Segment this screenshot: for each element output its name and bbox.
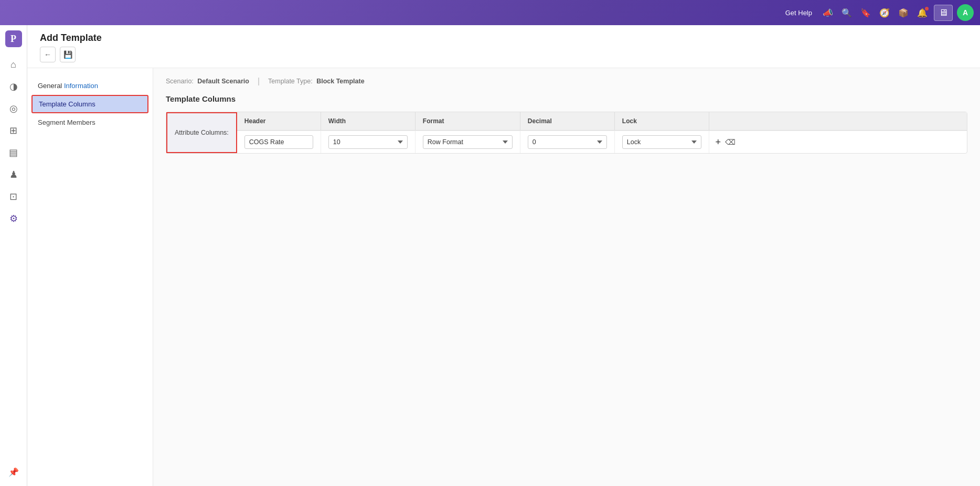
sidebar-settings-btn[interactable]: ⚙: [4, 209, 24, 229]
nav-item-general-information[interactable]: General Information: [27, 77, 153, 95]
format-cell: Row Format Number Percent Currency: [416, 131, 520, 153]
sidebar-pin-btn[interactable]: 📌: [4, 462, 24, 482]
toolbar: ← 💾: [40, 47, 967, 62]
template-columns-label: Template Columns: [39, 100, 95, 108]
format-select[interactable]: Row Format Number Percent Currency: [423, 135, 513, 149]
avatar-button[interactable]: A: [957, 4, 974, 21]
segment-members-label: Segment Members: [38, 118, 95, 126]
connect-icon: 🖥: [939, 7, 948, 18]
top-navigation: Get Help 📣 🔍 🔖 🧭 📦 🔔 🖥 A: [0, 0, 980, 25]
cube-icon[interactable]: 📦: [896, 6, 911, 20]
template-type-label: Template Type: Block Template: [268, 78, 365, 85]
delete-row-button[interactable]: ⌫: [725, 136, 736, 148]
sidebar-target-btn[interactable]: ◎: [4, 99, 24, 118]
template-type-value: Block Template: [316, 78, 364, 85]
attribute-columns-row: Attribute Columns: Header Width Format D…: [166, 112, 967, 153]
info-separator: |: [258, 77, 260, 86]
lock-cell: Lock Unlock: [615, 131, 709, 153]
notification-bell-icon[interactable]: 🔔: [915, 6, 930, 20]
sidebar-grid-btn[interactable]: ⊞: [4, 121, 24, 141]
section-title: Template Columns: [166, 94, 967, 103]
left-nav-panel: General Information Template Columns Seg…: [27, 68, 153, 486]
notification-dot: [925, 7, 929, 10]
row-actions-cell: + ⌫: [709, 133, 741, 152]
icon-sidebar: P ⌂ ◑ ◎ ⊞ ▤ ♟ ⊡ ⚙ 📌: [0, 25, 27, 486]
scenario-label: Scenario: Default Scenario: [166, 78, 249, 85]
search-icon[interactable]: 🔍: [839, 6, 854, 20]
page-header: Add Template ← 💾: [27, 25, 980, 68]
info-bar: Scenario: Default Scenario | Template Ty…: [166, 77, 967, 86]
template-columns-table: Attribute Columns: Header Width Format D…: [166, 112, 967, 154]
nav-item-template-columns[interactable]: Template Columns: [31, 95, 148, 113]
page-title: Add Template: [40, 33, 967, 44]
sidebar-bag-btn[interactable]: ⊡: [4, 187, 24, 207]
columns-header-row: Header Width Format Decimal Lock: [237, 112, 967, 131]
col-header-actions: [709, 112, 741, 130]
sidebar-circle-btn[interactable]: ◑: [4, 77, 24, 96]
col-header-lock: Lock: [615, 112, 709, 130]
bookmark-icon[interactable]: 🔖: [858, 6, 873, 20]
main-layout: P ⌂ ◑ ◎ ⊞ ▤ ♟ ⊡ ⚙ 📌 Add Template ← 💾: [0, 25, 980, 486]
decimal-cell: 0 1 2 3: [520, 131, 615, 153]
col-header-decimal: Decimal: [520, 112, 615, 130]
nav-item-segment-members[interactable]: Segment Members: [27, 113, 153, 132]
header-cell: [237, 131, 321, 153]
right-content-panel: Scenario: Default Scenario | Template Ty…: [153, 68, 980, 486]
width-select[interactable]: 10 20 30 50 100: [328, 135, 408, 149]
decimal-select[interactable]: 0 1 2 3: [528, 135, 607, 149]
lock-select[interactable]: Lock Unlock: [622, 135, 701, 149]
app-logo[interactable]: P: [4, 29, 23, 48]
sidebar-home-btn[interactable]: ⌂: [4, 55, 24, 74]
attribute-columns-label: Attribute Columns:: [166, 112, 237, 153]
width-cell: 10 20 30 50 100: [321, 131, 416, 153]
sidebar-chart-btn[interactable]: ▤: [4, 143, 24, 163]
col-header-format: Format: [416, 112, 520, 130]
announcements-icon[interactable]: 📣: [821, 6, 835, 20]
page-body: General Information Template Columns Seg…: [27, 68, 980, 486]
compass-icon[interactable]: 🧭: [877, 6, 892, 20]
connect-button[interactable]: 🖥: [934, 5, 953, 21]
save-icon: 💾: [63, 50, 72, 59]
sidebar-user-btn[interactable]: ♟: [4, 165, 24, 185]
content-area: Add Template ← 💾 General Information Tem…: [27, 25, 980, 486]
general-info-label: General Information: [38, 82, 98, 90]
col-header-width: Width: [321, 112, 416, 130]
back-button[interactable]: ←: [40, 47, 56, 62]
header-input[interactable]: [244, 135, 313, 149]
col-header-header: Header: [237, 112, 321, 130]
columns-grid: Header Width Format Decimal Lock: [237, 112, 967, 153]
get-help-link[interactable]: Get Help: [785, 9, 812, 17]
scenario-value: Default Scenario: [197, 78, 249, 85]
table-row: 10 20 30 50 100 Row Format: [237, 131, 967, 153]
save-button[interactable]: 💾: [60, 47, 76, 62]
add-row-button[interactable]: +: [715, 136, 722, 148]
